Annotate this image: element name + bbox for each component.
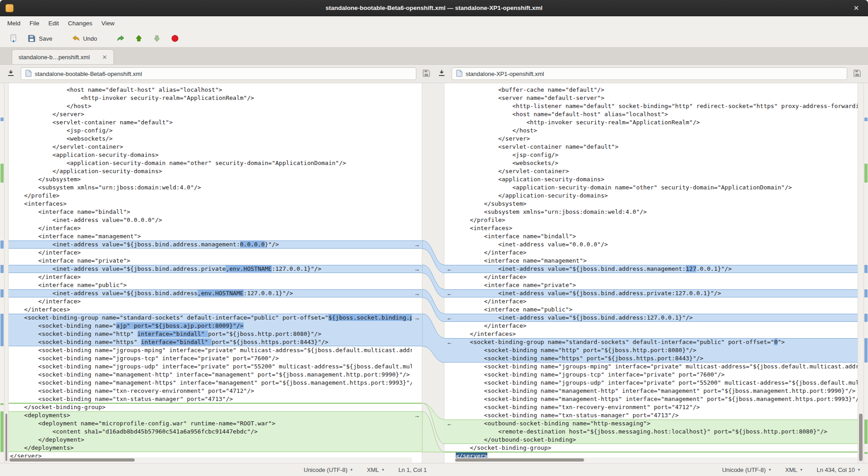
- code-line[interactable]: <interface name="management">: [9, 232, 412, 240]
- code-line[interactable]: <jsp-config/>: [9, 127, 412, 135]
- code-line[interactable]: <socket-binding name="jgroups-mping" int…: [454, 363, 858, 371]
- code-line[interactable]: <interface name="management">: [454, 257, 858, 265]
- redo-button[interactable]: [113, 32, 129, 45]
- code-line[interactable]: <socket-binding-group name="standard-soc…: [454, 338, 858, 346]
- code-line[interactable]: <socket-binding name="txn-recovery-envir…: [9, 387, 412, 395]
- code-line[interactable]: <application-security-domains>: [454, 175, 858, 184]
- push-change-right-button[interactable]: →: [412, 265, 422, 273]
- left-vertical-scrollbar[interactable]: [5, 83, 9, 463]
- right-encoding-selector[interactable]: Unicode (UTF-8) ▼: [722, 467, 772, 473]
- code-line[interactable]: </profile>: [454, 216, 858, 224]
- undo-button[interactable]: Undo: [68, 32, 101, 45]
- scrollbar-thumb[interactable]: [9, 458, 135, 462]
- code-line[interactable]: <http-invoker security-realm="Applicatio…: [454, 118, 858, 127]
- code-line[interactable]: <application-security-domain name="other…: [454, 184, 858, 192]
- scrollbar-thumb[interactable]: [859, 414, 863, 461]
- push-change-left-button[interactable]: ←: [444, 265, 454, 273]
- code-line[interactable]: <interface name="public">: [454, 306, 858, 314]
- code-line[interactable]: <inet-address value="0.0.0.0"/>: [454, 240, 858, 249]
- code-line[interactable]: </socket-binding-group>: [9, 403, 412, 411]
- code-line[interactable]: <inet-address value="${jboss.bind.addres…: [454, 289, 858, 297]
- code-line[interactable]: <http-listener name="default" socket-bin…: [454, 102, 858, 110]
- code-line[interactable]: </interface>: [454, 273, 858, 281]
- push-change-right-button[interactable]: →: [412, 314, 422, 322]
- code-line[interactable]: </outbound-socket-binding>: [454, 436, 858, 444]
- code-line[interactable]: <interface name="bindall">: [9, 208, 412, 216]
- code-line[interactable]: <interface name="private">: [9, 257, 412, 265]
- right-vertical-scrollbar[interactable]: [858, 83, 863, 463]
- code-line[interactable]: <buffer-cache name="default"/>: [454, 86, 858, 94]
- code-line[interactable]: <interface name="bindall">: [454, 232, 858, 240]
- record-indicator[interactable]: [167, 32, 183, 45]
- code-line[interactable]: <remote-destination host="${jboss.messag…: [454, 428, 858, 436]
- code-line[interactable]: <socket-binding name="jgroups-tcp" inter…: [9, 354, 412, 363]
- code-line[interactable]: <socket-binding name="jgroups-tcp" inter…: [454, 371, 858, 379]
- code-line[interactable]: <servlet-container name="default">: [9, 118, 412, 127]
- code-line[interactable]: <socket-binding name="txn-status-manager…: [454, 411, 858, 419]
- code-line[interactable]: <socket-binding name="txn-status-manager…: [9, 395, 412, 403]
- code-line[interactable]: </interfaces>: [454, 330, 858, 338]
- code-line[interactable]: </interfaces>: [9, 306, 412, 314]
- right-cursor-position[interactable]: Ln 434, Col 10 ▼: [817, 467, 861, 473]
- code-line[interactable]: </server>: [9, 110, 412, 118]
- code-line[interactable]: <interface name="public">: [9, 281, 412, 289]
- menu-edit[interactable]: Edit: [44, 18, 63, 28]
- code-line[interactable]: <inet-address value="${jboss.bind.addres…: [9, 289, 412, 297]
- scrollbar-thumb[interactable]: [455, 458, 584, 462]
- code-line[interactable]: </servlet-container>: [454, 167, 858, 175]
- left-file-selector[interactable]: standalone-bootable-Beta6-openshift.xml: [21, 67, 416, 80]
- code-line[interactable]: </application-security-domains>: [9, 167, 412, 175]
- code-line[interactable]: <application-security-domain name="other…: [9, 159, 412, 167]
- previous-change-button[interactable]: [131, 32, 147, 45]
- menu-file[interactable]: File: [25, 18, 44, 28]
- code-line[interactable]: <host name="default-host" alias="localho…: [454, 110, 858, 118]
- push-change-right-button[interactable]: →: [412, 289, 422, 297]
- code-line[interactable]: <socket-binding name="https" port="${jbo…: [454, 354, 858, 363]
- code-line[interactable]: <inet-address value="0.0.0.0"/>: [9, 216, 412, 224]
- left-minimap[interactable]: [0, 83, 5, 463]
- code-line[interactable]: <inet-address value="${jboss.bind.addres…: [454, 314, 858, 322]
- code-line[interactable]: </interface>: [454, 249, 858, 257]
- left-code[interactable]: <host name="default-host" alias="localho…: [9, 83, 412, 463]
- code-line[interactable]: <application-security-domains>: [9, 151, 412, 159]
- code-line[interactable]: </interface>: [454, 297, 858, 306]
- code-line[interactable]: </interface>: [9, 224, 412, 232]
- code-line[interactable]: </socket-binding-group>: [454, 444, 858, 452]
- code-line[interactable]: </subsystem>: [9, 175, 412, 184]
- code-line[interactable]: <inet-address value="${jboss.bind.addres…: [454, 265, 858, 273]
- code-line[interactable]: <socket-binding name="jgroups-udp" inter…: [454, 379, 858, 387]
- code-line[interactable]: <server name="default-server">: [454, 94, 858, 102]
- code-line[interactable]: <socket-binding name="management-https" …: [9, 379, 412, 387]
- left-pane[interactable]: <host name="default-host" alias="localho…: [9, 83, 412, 463]
- code-line[interactable]: <interfaces>: [454, 224, 858, 232]
- code-line[interactable]: </deployments>: [9, 444, 412, 452]
- window-close-button[interactable]: ✕: [851, 3, 862, 14]
- left-save-as-button[interactable]: [420, 67, 433, 80]
- menu-changes[interactable]: Changes: [63, 18, 97, 28]
- code-line[interactable]: <http-invoker security-realm="Applicatio…: [9, 94, 412, 102]
- code-line[interactable]: <socket-binding name="txn-recovery-envir…: [454, 403, 858, 411]
- right-pane[interactable]: <buffer-cache name="default"/> <server n…: [454, 83, 858, 463]
- code-line[interactable]: </application-security-domains>: [454, 192, 858, 200]
- right-save-file-button[interactable]: [435, 67, 448, 80]
- code-line[interactable]: </subsystem>: [454, 200, 858, 208]
- code-line[interactable]: <socket-binding name="http" port="${jbos…: [454, 346, 858, 354]
- next-change-button[interactable]: [149, 32, 165, 45]
- code-line[interactable]: <socket-binding name="ajp" port="${jboss…: [9, 322, 412, 330]
- code-line[interactable]: <socket-binding name="https" interface="…: [9, 338, 412, 346]
- code-line[interactable]: <socket-binding name="jgroups-udp" inter…: [9, 363, 412, 371]
- left-horizontal-scrollbar[interactable]: [9, 457, 412, 462]
- menu-meld[interactable]: Meld: [3, 18, 25, 28]
- code-line[interactable]: <socket-binding name="management-http" i…: [9, 371, 412, 379]
- code-line[interactable]: <socket-binding-group name="standard-soc…: [9, 314, 412, 322]
- push-change-left-button[interactable]: ←: [444, 314, 454, 322]
- right-minimap[interactable]: [863, 83, 868, 463]
- code-line[interactable]: </interface>: [454, 322, 858, 330]
- code-line[interactable]: </deployment>: [9, 436, 412, 444]
- code-line[interactable]: <interfaces>: [9, 200, 412, 208]
- code-line[interactable]: </profile>: [9, 192, 412, 200]
- code-line[interactable]: <websockets/>: [9, 135, 412, 143]
- push-change-left-button[interactable]: ←: [444, 419, 454, 428]
- code-line[interactable]: <socket-binding name="jgroups-mping" int…: [9, 346, 412, 354]
- new-comparison-button[interactable]: [5, 32, 22, 45]
